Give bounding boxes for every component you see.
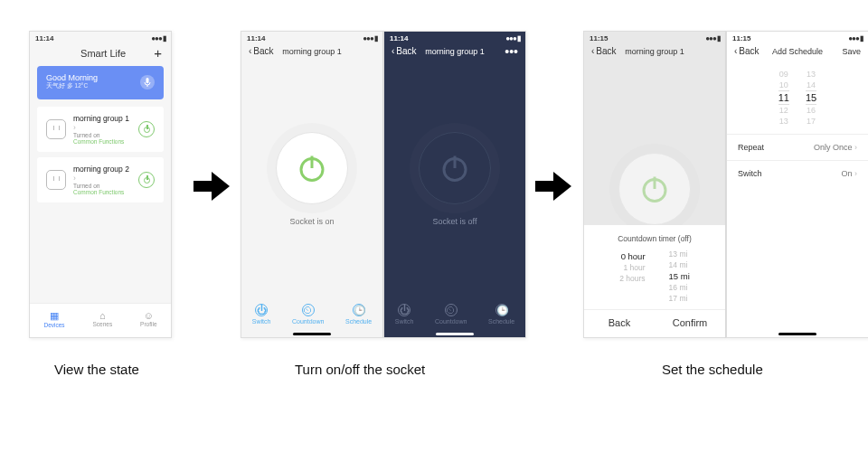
switch-value: On (841, 169, 857, 178)
mic-icon[interactable] (140, 75, 155, 89)
home-indicator (293, 333, 331, 335)
power-icon[interactable] (138, 172, 155, 188)
back-button[interactable]: ‹ Back (734, 46, 765, 56)
plug-icon (46, 119, 66, 139)
caption-view: View the state (54, 362, 139, 377)
signal-icon: ●●● ▮ (848, 34, 863, 42)
tab-scenes[interactable]: ⌂Scenes (92, 310, 112, 328)
power-icon[interactable] (138, 121, 155, 137)
device-status: Turned on (73, 132, 131, 138)
app-header: Smart Life + (30, 42, 171, 66)
tab-schedule[interactable]: 🕒Schedule (488, 304, 514, 325)
page-title: morning group 1 (279, 47, 344, 56)
countdown-confirm-button[interactable]: Confirm (655, 310, 725, 337)
arrow-icon (193, 172, 230, 201)
app-title: Smart Life (52, 48, 154, 59)
tab-countdown[interactable]: ⏲Countdown (435, 304, 467, 325)
weather-card[interactable]: Good Morning 天气好 多 12°C (37, 66, 164, 99)
tab-schedule[interactable]: 🕒Schedule (345, 304, 372, 325)
device-card[interactable]: morning group 2 Turned on Common Functio… (37, 157, 164, 202)
save-button[interactable]: Save (830, 47, 861, 56)
repeat-label: Repeat (738, 143, 764, 152)
signal-icon: ●●● ▮ (705, 34, 720, 42)
arrow-icon (535, 172, 571, 201)
caption-toggle: Turn on/off the socket (295, 362, 425, 377)
socket-off-phone: 11:14●●● ▮ ‹ Back morning group 1 ••• So… (383, 31, 526, 338)
power-toggle[interactable] (419, 132, 491, 204)
power-toggle[interactable] (276, 132, 348, 204)
switch-cell[interactable]: Switch On (727, 160, 868, 186)
svg-rect-0 (146, 78, 149, 83)
status-bar: 11:14 ●●● ▮ (30, 32, 171, 42)
device-name: morning group 2 (73, 165, 131, 183)
device-status: Turned on (73, 183, 131, 189)
signal-icon: ●●● ▮ (505, 34, 520, 42)
device-name: morning group 1 (73, 114, 131, 132)
page-title: Add Schedule (765, 47, 830, 56)
home-indicator (436, 333, 474, 335)
tab-switch[interactable]: ⏻Switch (252, 304, 271, 325)
time-picker[interactable]: 09 10 11 12 13 13 14 15 16 17 (727, 61, 868, 134)
weather-detail: 天气好 多 12°C (46, 82, 98, 90)
device-card[interactable]: morning group 1 Turned on Common Functio… (37, 107, 164, 152)
repeat-cell[interactable]: Repeat Only Once (727, 134, 868, 160)
clock: 11:14 (390, 34, 408, 42)
tab-countdown[interactable]: ⏲Countdown (292, 304, 324, 325)
clock: 11:15 (732, 34, 750, 42)
signal-icon: ●●● ▮ (363, 34, 377, 42)
tab-devices[interactable]: ▦Devices (43, 310, 64, 328)
tab-profile[interactable]: ☺Profile (140, 310, 156, 328)
page-title: morning group 1 (422, 47, 487, 56)
switch-label: Switch (738, 169, 762, 178)
state-phone: 11:14 ●●● ▮ Smart Life + Good Morning 天气… (29, 31, 172, 338)
common-functions-link[interactable]: Common Functions (73, 138, 131, 145)
countdown-sheet: Countdown timer (off) 0 hour 1 hour 2 ho… (584, 225, 725, 337)
caption-schedule: Set the schedule (662, 362, 763, 377)
plug-icon (46, 170, 66, 190)
add-schedule-phone: 11:15●●● ▮ ‹ Back Add Schedule Save 09 1… (726, 31, 868, 338)
countdown-title: Countdown timer (off) (584, 231, 725, 249)
tab-bar: ▦Devices ⌂Scenes ☺Profile (30, 303, 171, 337)
socket-on-phone: 11:14●●● ▮ ‹ Back morning group 1 Socket… (241, 31, 383, 338)
common-functions-link[interactable]: Common Functions (73, 189, 131, 195)
tab-switch[interactable]: ⏻Switch (395, 304, 414, 325)
greeting: Good Morning (46, 73, 98, 82)
socket-status: Socket is off (433, 217, 477, 226)
clock: 11:14 (247, 34, 265, 42)
back-button[interactable]: ‹ Back (392, 46, 422, 56)
countdown-phone: 11:15●●● ▮ ‹ Back morning group 1 Socket… (583, 31, 726, 338)
more-button[interactable]: ••• (487, 47, 518, 56)
countdown-back-button[interactable]: Back (584, 310, 655, 337)
socket-status: Socket is on (289, 217, 334, 226)
home-indicator (778, 333, 816, 335)
countdown-picker[interactable]: 0 hour 1 hour 2 hours 13 mi 14 mi 15 mi … (584, 249, 725, 304)
clock: 11:15 (590, 34, 608, 42)
clock: 11:14 (35, 34, 53, 42)
repeat-value: Only Once (814, 143, 857, 152)
back-button[interactable]: ‹ Back (249, 46, 279, 56)
page-title: morning group 1 (622, 47, 687, 56)
back-button[interactable]: ‹ Back (591, 46, 622, 56)
signal-icon: ●●● ▮ (151, 34, 165, 42)
add-device-button[interactable]: + (154, 45, 162, 61)
power-toggle[interactable] (618, 153, 691, 225)
